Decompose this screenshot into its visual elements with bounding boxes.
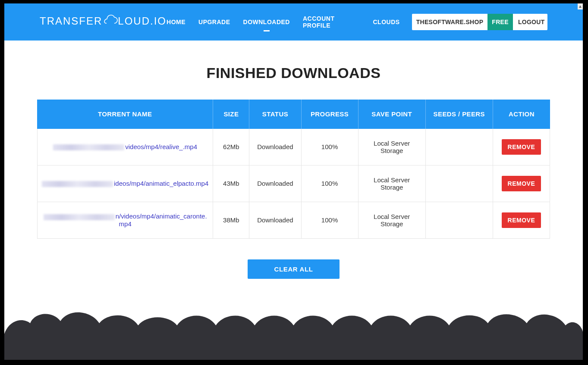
cell-seeds-peers bbox=[426, 202, 493, 239]
cell-size: 62Mb bbox=[213, 129, 249, 165]
th-progress: PROGRESS bbox=[302, 100, 358, 129]
page-title: FINISHED DOWNLOADS bbox=[4, 65, 583, 81]
cell-action: REMOVE bbox=[493, 202, 550, 239]
cell-progress: 100% bbox=[302, 129, 358, 165]
remove-button[interactable]: REMOVE bbox=[502, 176, 541, 191]
redacted-prefix bbox=[44, 214, 115, 220]
th-savepoint: SAVE POINT bbox=[358, 100, 426, 129]
th-torrent-name: TORRENT NAME bbox=[37, 100, 213, 129]
remove-button[interactable]: REMOVE bbox=[502, 139, 541, 155]
cell-seeds-peers bbox=[426, 129, 493, 165]
cell-size: 38Mb bbox=[213, 202, 249, 239]
nav-upgrade[interactable]: UPGRADE bbox=[198, 16, 230, 28]
cell-progress: 100% bbox=[302, 165, 358, 202]
th-status: STATUS bbox=[249, 100, 301, 129]
cloud-footer-decoration bbox=[4, 299, 583, 360]
torrent-link[interactable]: videos/mp4/realive_.mp4 bbox=[125, 143, 197, 150]
nav-account-profile[interactable]: ACCOUNT PROFILE bbox=[303, 12, 360, 31]
scroll-up-arrow[interactable]: ▲ bbox=[578, 3, 583, 9]
th-seeds-peers: SEEDS / PEERS bbox=[426, 100, 493, 129]
cell-seeds-peers bbox=[426, 165, 493, 202]
cell-savepoint: Local Server Storage bbox=[358, 202, 426, 239]
torrent-link[interactable]: n/videos/mp4/animatic_caronte.mp4 bbox=[116, 212, 207, 227]
cell-status: Downloaded bbox=[249, 202, 301, 239]
th-action: ACTION bbox=[493, 100, 550, 129]
nav-home[interactable]: HOME bbox=[167, 16, 186, 28]
cell-progress: 100% bbox=[302, 202, 358, 239]
torrent-link[interactable]: ideos/mp4/animatic_elpacto.mp4 bbox=[114, 180, 208, 187]
cell-status: Downloaded bbox=[249, 129, 301, 165]
downloads-table: TORRENT NAME SIZE STATUS PROGRESS SAVE P… bbox=[37, 100, 550, 239]
cell-status: Downloaded bbox=[249, 165, 301, 202]
nav-clouds[interactable]: CLOUDS bbox=[373, 16, 400, 28]
header: TRANSFERLOUD.IO HOME UPGRADE DOWNLOADED … bbox=[4, 3, 583, 41]
logo[interactable]: TRANSFERLOUD.IO bbox=[40, 15, 167, 29]
remove-button[interactable]: REMOVE bbox=[502, 212, 541, 228]
redacted-prefix bbox=[53, 144, 124, 150]
account-box: THESOFTWARE.SHOP FREE LOGOUT bbox=[412, 14, 547, 30]
logo-text-part2: LOUD.IO bbox=[118, 15, 167, 27]
redacted-prefix bbox=[42, 181, 113, 187]
cell-action: REMOVE bbox=[493, 165, 550, 202]
cell-action: REMOVE bbox=[493, 129, 550, 165]
cloud-icon bbox=[101, 15, 119, 29]
cell-torrent-name: n/videos/mp4/animatic_caronte.mp4 bbox=[37, 202, 213, 239]
main-nav: HOME UPGRADE DOWNLOADED ACCOUNT PROFILE … bbox=[167, 12, 400, 31]
cell-savepoint: Local Server Storage bbox=[358, 165, 426, 202]
nav-downloaded[interactable]: DOWNLOADED bbox=[243, 16, 290, 28]
clear-all-button[interactable]: CLEAR ALL bbox=[248, 259, 340, 279]
plan-badge: FREE bbox=[487, 14, 513, 30]
table-row: ideos/mp4/animatic_elpacto.mp4 43Mb Down… bbox=[37, 165, 550, 202]
th-size: SIZE bbox=[213, 100, 249, 129]
cell-torrent-name: ideos/mp4/animatic_elpacto.mp4 bbox=[37, 165, 213, 202]
cell-size: 43Mb bbox=[213, 165, 249, 202]
cell-torrent-name: videos/mp4/realive_.mp4 bbox=[37, 129, 213, 165]
logout-link[interactable]: LOGOUT bbox=[513, 19, 547, 25]
table-row: videos/mp4/realive_.mp4 62Mb Downloaded … bbox=[37, 129, 550, 165]
table-row: n/videos/mp4/animatic_caronte.mp4 38Mb D… bbox=[37, 202, 550, 239]
cell-savepoint: Local Server Storage bbox=[358, 129, 426, 165]
account-name: THESOFTWARE.SHOP bbox=[412, 19, 488, 25]
logo-text-part1: TRANSFER bbox=[40, 15, 102, 27]
